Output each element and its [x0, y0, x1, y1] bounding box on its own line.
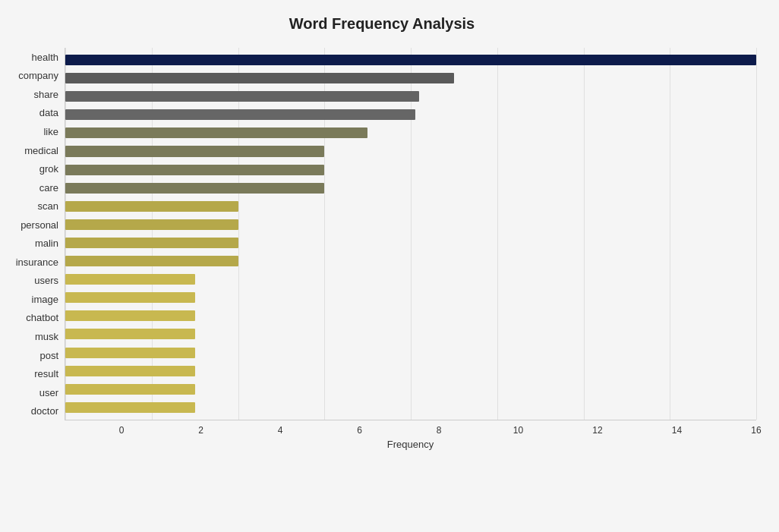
bar-row	[65, 362, 756, 380]
bar	[65, 310, 195, 321]
chart-title: Word Frequency Analysis	[8, 15, 756, 33]
bar-row	[65, 380, 756, 398]
y-axis-label: like	[43, 122, 58, 141]
y-axis: healthcompanysharedatalikemedicalgrokcar…	[8, 48, 65, 420]
y-axis-label: health	[32, 48, 58, 67]
y-axis-label: post	[39, 346, 58, 365]
y-axis-label: care	[39, 178, 58, 197]
y-axis-label: doctor	[31, 401, 58, 420]
bar-row	[65, 142, 756, 160]
x-tick-label: 4	[278, 425, 283, 436]
x-tick-label: 12	[592, 425, 602, 436]
bar	[65, 91, 419, 102]
bar-row	[65, 325, 756, 343]
bar	[65, 292, 195, 303]
bar	[65, 165, 324, 175]
chart-container: Word Frequency Analysis healthcompanysha…	[0, 0, 779, 532]
y-axis-label: user	[39, 383, 58, 402]
bar-row	[65, 307, 756, 325]
bar-row	[65, 69, 756, 87]
x-tick-label: 14	[672, 425, 682, 436]
bar	[65, 219, 238, 230]
y-axis-label: users	[34, 272, 58, 291]
y-axis-label: image	[32, 290, 58, 309]
grid-line	[756, 48, 757, 420]
bar-row	[65, 161, 756, 179]
bar-row	[65, 105, 756, 124]
x-tick-label: 16	[751, 425, 761, 436]
y-axis-label: scan	[38, 197, 58, 216]
bar-row	[65, 124, 756, 142]
y-axis-label: grok	[39, 159, 58, 178]
x-tick-label: 0	[119, 425, 125, 436]
y-axis-label: personal	[20, 216, 58, 235]
x-axis-label: Frequency	[65, 439, 756, 450]
bar	[65, 109, 415, 120]
bar-row	[65, 270, 756, 288]
bar-row	[65, 288, 756, 307]
bar-row	[65, 252, 756, 270]
bar	[65, 55, 756, 65]
bar	[65, 256, 238, 266]
bar	[65, 73, 454, 83]
y-axis-label: malin	[35, 234, 58, 253]
x-tick-label: 2	[198, 425, 203, 436]
y-axis-label: musk	[35, 327, 58, 346]
y-axis-label: insurance	[16, 253, 58, 272]
y-axis-label: chatbot	[26, 309, 58, 328]
bar	[65, 402, 195, 413]
bar	[65, 127, 367, 138]
bar	[65, 238, 238, 248]
bar-row	[65, 51, 756, 69]
bar	[65, 348, 195, 358]
bar	[65, 146, 324, 156]
bar	[65, 384, 195, 395]
x-tick-label: 8	[437, 425, 442, 436]
y-axis-label: medical	[24, 141, 58, 160]
bar-row	[65, 344, 756, 362]
y-axis-label: data	[39, 104, 58, 123]
y-axis-label: result	[34, 364, 58, 383]
bar-row	[65, 398, 756, 417]
bar	[65, 183, 324, 194]
bar	[65, 366, 195, 376]
bar-row	[65, 197, 756, 216]
bar	[65, 201, 238, 212]
y-axis-label: share	[33, 85, 58, 104]
bar	[65, 329, 195, 339]
x-tick-label: 6	[357, 425, 362, 436]
bar-row	[65, 216, 756, 234]
bar-row	[65, 87, 756, 105]
x-tick-label: 10	[513, 425, 523, 436]
bar-row	[65, 234, 756, 252]
y-axis-label: company	[18, 67, 58, 86]
bars-area	[65, 48, 756, 420]
bar	[65, 274, 195, 285]
bar-row	[65, 179, 756, 197]
